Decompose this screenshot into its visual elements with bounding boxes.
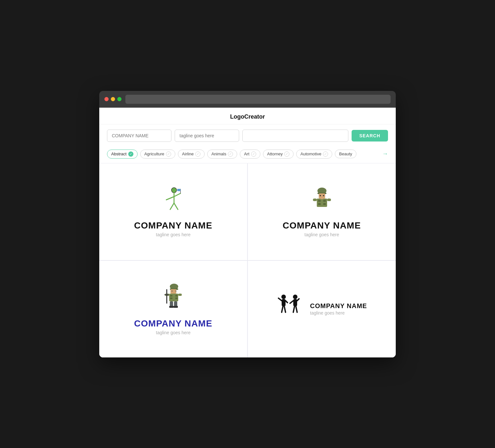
logo-card-2[interactable]: COMPANY NAME tagline goes here: [248, 163, 396, 260]
traffic-lights: [104, 97, 121, 101]
svg-line-42: [286, 301, 287, 303]
svg-line-47: [290, 301, 293, 303]
logo-company-name-4: COMPANY NAME: [310, 302, 367, 310]
svg-rect-29: [170, 297, 172, 299]
svg-rect-5: [177, 189, 180, 191]
address-bar: [125, 95, 391, 104]
category-pill-automotive[interactable]: Automotive ✓: [296, 150, 332, 159]
svg-point-12: [323, 195, 324, 196]
keyword-input[interactable]: [242, 130, 348, 142]
logo-card-3[interactable]: COMPANY NAME tagline goes here: [99, 261, 247, 357]
svg-line-6: [170, 203, 174, 209]
search-button[interactable]: SEARCH: [352, 130, 388, 141]
category-pill-attorney[interactable]: Attorney ✓: [263, 150, 294, 159]
category-pill-art[interactable]: Art ✓: [240, 150, 260, 159]
logo-company-name-3: COMPANY NAME: [134, 318, 212, 329]
svg-rect-16: [318, 203, 321, 205]
browser-window: LogoCreator SEARCH Abstract ✓ Agricultur…: [99, 91, 396, 357]
check-icon: ✓: [128, 151, 133, 157]
svg-line-7: [174, 203, 178, 209]
category-pill-beauty[interactable]: Beauty: [335, 150, 356, 158]
svg-rect-32: [178, 294, 182, 296]
svg-rect-28: [175, 295, 178, 297]
inline-logo-text: COMPANY NAME tagline goes here: [310, 302, 367, 316]
svg-point-25: [175, 291, 176, 292]
svg-rect-34: [164, 294, 169, 295]
app-title: LogoCreator: [230, 113, 265, 120]
category-pill-animals[interactable]: Animals ✓: [207, 150, 237, 159]
category-filter: Abstract ✓ Agriculture ✓ Airline ✓ Anima…: [99, 147, 396, 163]
svg-rect-23: [170, 289, 176, 294]
browser-content: LogoCreator SEARCH Abstract ✓ Agricultur…: [99, 108, 396, 357]
inline-logo-4: COMPANY NAME tagline goes here: [277, 294, 367, 325]
svg-line-50: [296, 306, 297, 312]
svg-rect-30: [175, 297, 178, 299]
company-name-input[interactable]: [107, 130, 171, 142]
logo-company-name-2: COMPANY NAME: [283, 220, 361, 231]
category-label: Beauty: [339, 151, 352, 156]
svg-line-49: [293, 306, 295, 312]
svg-rect-17: [323, 203, 326, 205]
svg-rect-20: [320, 197, 324, 199]
svg-rect-37: [169, 306, 174, 308]
svg-rect-18: [313, 199, 317, 201]
svg-line-43: [282, 306, 283, 312]
logo-company-name-1: COMPANY NAME: [134, 220, 212, 231]
svg-rect-27: [170, 295, 172, 297]
category-label: Abstract: [111, 151, 127, 156]
svg-rect-14: [318, 200, 321, 202]
logo-card-1[interactable]: COMPANY NAME tagline goes here: [99, 163, 247, 260]
svg-line-48: [297, 299, 299, 301]
svg-rect-38: [173, 306, 178, 308]
category-label: Attorney: [267, 151, 283, 156]
category-pill-agriculture[interactable]: Agriculture ✓: [140, 150, 175, 159]
category-label: Airline: [182, 151, 194, 156]
logo-card-4[interactable]: COMPANY NAME tagline goes here: [248, 261, 396, 357]
next-categories-arrow[interactable]: →: [382, 151, 388, 157]
svg-rect-40: [282, 299, 286, 306]
svg-line-44: [284, 306, 286, 312]
svg-point-45: [293, 295, 297, 299]
svg-rect-33: [166, 289, 167, 304]
svg-rect-15: [323, 200, 326, 202]
svg-line-2: [166, 197, 174, 200]
minimize-button[interactable]: [111, 97, 115, 101]
browser-chrome: [99, 91, 396, 108]
svg-point-24: [171, 291, 172, 292]
check-icon: ✓: [251, 151, 256, 157]
svg-rect-46: [293, 299, 297, 306]
logo-icon-1: [160, 186, 186, 215]
logo-tagline-4: tagline goes here: [310, 310, 367, 316]
category-pill-abstract[interactable]: Abstract ✓: [107, 150, 138, 159]
tagline-input[interactable]: [175, 130, 239, 142]
logo-tagline-2: tagline goes here: [305, 232, 339, 237]
logo-grid: COMPANY NAME tagline goes here: [99, 163, 396, 357]
check-icon: ✓: [323, 151, 328, 157]
svg-point-11: [320, 195, 321, 196]
search-bar: SEARCH: [99, 124, 396, 147]
logo-tagline-3: tagline goes here: [156, 330, 190, 335]
check-icon: ✓: [166, 151, 171, 157]
category-label: Automotive: [300, 151, 321, 156]
svg-rect-19: [327, 199, 331, 201]
svg-line-3: [174, 193, 180, 197]
category-label: Animals: [211, 151, 226, 156]
check-icon: ✓: [195, 151, 200, 157]
category-label: Art: [244, 151, 249, 156]
app-header: LogoCreator: [99, 108, 396, 124]
svg-rect-13: [317, 199, 327, 207]
category-pill-airline[interactable]: Airline ✓: [178, 150, 205, 159]
svg-point-0: [171, 188, 177, 193]
check-icon: ✓: [228, 151, 233, 157]
check-icon: ✓: [284, 151, 289, 157]
logo-icon-3: [160, 283, 186, 313]
category-label: Agriculture: [144, 151, 164, 156]
maximize-button[interactable]: [117, 97, 121, 101]
logo-icon-4: [277, 294, 306, 319]
svg-line-41: [278, 298, 282, 301]
logo-tagline-1: tagline goes here: [156, 232, 190, 237]
svg-point-39: [281, 295, 286, 299]
close-button[interactable]: [104, 97, 109, 101]
logo-icon-2: [309, 186, 335, 215]
